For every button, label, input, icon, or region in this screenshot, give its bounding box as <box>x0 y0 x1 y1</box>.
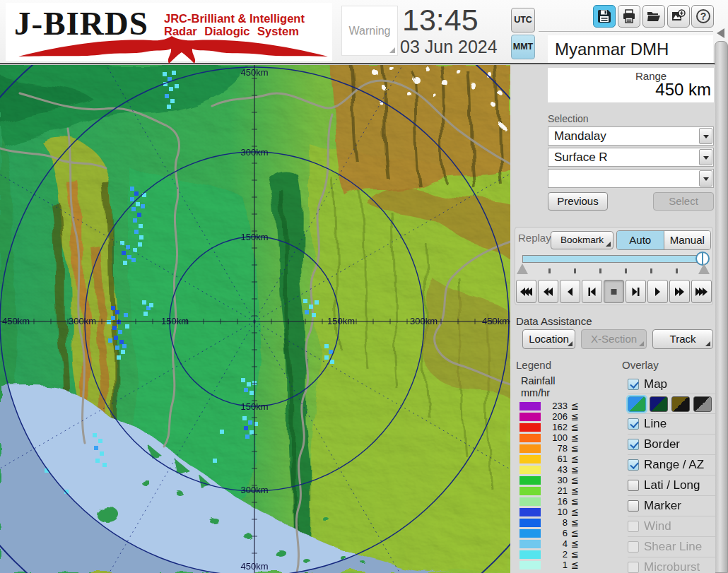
range-ring-label: 150km <box>161 316 189 326</box>
previous-button[interactable]: Previous <box>548 192 608 211</box>
range-value: 450 km <box>622 80 711 100</box>
play-reverse-button[interactable] <box>560 280 580 303</box>
overlay-item-label: Shear Line <box>644 540 702 554</box>
replay-slider-track[interactable] <box>522 255 706 263</box>
legend-lte-symbol: ≦ <box>568 560 579 570</box>
overlay-item-border: Border <box>628 434 715 454</box>
legend-value: 10 <box>541 507 568 517</box>
legend-row: 30≦ <box>519 475 580 485</box>
fast-rewind-3x-button[interactable] <box>516 280 536 303</box>
transport-controls <box>516 280 713 303</box>
x-section-button: X-Section <box>581 329 647 349</box>
fast-rewind-2x-button[interactable] <box>538 280 558 303</box>
bookmark-button[interactable]: Bookmark <box>551 231 613 249</box>
panel-collapse-icon[interactable] <box>717 28 724 38</box>
checkbox[interactable] <box>628 500 639 512</box>
checkbox <box>628 562 639 573</box>
legend-color-swatch <box>519 413 541 421</box>
legend-value: 233 <box>541 401 568 411</box>
timezone-utc-button[interactable]: UTC <box>511 8 535 33</box>
legend-lte-symbol: ≦ <box>568 443 579 454</box>
location-button[interactable]: Location <box>522 329 575 349</box>
track-button[interactable]: Track <box>652 329 713 349</box>
add-image-button[interactable] <box>667 5 690 28</box>
legend-row: 162≦ <box>519 422 580 432</box>
legend-lte-symbol: ≦ <box>568 475 579 485</box>
radar-map-display[interactable]: 450km300km150km150km300km450km450km300km… <box>0 65 510 573</box>
legend-row: 43≦ <box>519 464 580 475</box>
add-image-icon <box>671 9 686 23</box>
step-forward-icon <box>630 288 642 296</box>
slider-start-marker[interactable] <box>517 264 528 274</box>
site-dropdown[interactable]: Mandalay <box>548 126 714 146</box>
map-style-swatch[interactable] <box>628 396 646 412</box>
auto-mode-button[interactable]: Auto <box>617 231 664 249</box>
product-dropdown[interactable]: Surface R <box>548 148 714 167</box>
chevron-down-icon[interactable] <box>699 170 712 187</box>
map-style-swatch[interactable] <box>650 396 668 412</box>
legend-lte-symbol: ≦ <box>568 507 579 517</box>
manual-mode-button[interactable]: Manual <box>664 231 711 249</box>
overlay-item-label: Line <box>644 417 667 431</box>
checkbox[interactable] <box>628 459 639 471</box>
range-ring-label: 450km <box>482 316 510 326</box>
open-folder-button[interactable] <box>642 5 665 28</box>
stop-button[interactable] <box>604 280 624 303</box>
overlay-item-label: Range / AZ <box>644 458 704 472</box>
legend-row: 206≦ <box>519 411 580 422</box>
legend-value: 4 <box>541 538 568 549</box>
replay-label: Replay <box>518 232 551 244</box>
fast-forward-2x-button[interactable] <box>669 280 690 303</box>
app-logo: J-BIRDS JRC-Brilliant & Intelligent Rada… <box>6 3 332 61</box>
checkbox[interactable] <box>628 480 639 491</box>
step-backward-button[interactable] <box>582 280 602 303</box>
legend-row: 1≦ <box>519 560 580 570</box>
legend-row: 8≦ <box>519 517 580 528</box>
map-style-swatch[interactable] <box>671 396 690 412</box>
slider-tick <box>625 268 627 273</box>
fast-forward-3x-button[interactable] <box>691 280 712 303</box>
slider-tick <box>599 268 601 273</box>
play-reverse-icon <box>564 288 576 296</box>
legend-color-swatch <box>519 561 541 569</box>
range-ring-label: 450km <box>240 561 268 572</box>
slider-end-marker[interactable] <box>698 264 710 274</box>
overlay-label: Overlay <box>622 359 659 371</box>
legend-lte-symbol: ≦ <box>568 454 579 464</box>
legend-color-swatch <box>519 540 541 548</box>
panel-collapse-strip[interactable] <box>715 41 728 573</box>
legend-color-swatch <box>519 423 541 432</box>
slider-tick <box>650 268 652 273</box>
legend-value: 1 <box>541 560 568 570</box>
overlay-item-lati-long: Lati / Long <box>628 475 715 495</box>
range-ring-label: 300km <box>240 485 268 495</box>
overlay-item-shear-line: Shear Line <box>628 536 715 557</box>
legend-value: 30 <box>541 475 568 485</box>
checkbox[interactable] <box>628 379 639 390</box>
chevron-down-icon[interactable] <box>699 128 712 144</box>
legend-color-swatch <box>519 529 541 538</box>
chevron-down-icon[interactable] <box>699 149 712 165</box>
map-style-swatch[interactable] <box>693 396 712 412</box>
timezone-mmt-button[interactable]: MMT <box>511 35 535 59</box>
checkbox[interactable] <box>628 418 639 430</box>
overlay-item-wind: Wind <box>628 516 715 536</box>
range-ring-label: 150km <box>327 316 355 326</box>
station-title-box: Myanmar DMH <box>548 35 713 63</box>
range-ring-label: 300km <box>69 316 96 326</box>
step-forward-button[interactable] <box>626 280 646 303</box>
warning-button[interactable]: Warning <box>341 6 398 56</box>
play-button[interactable] <box>647 280 668 303</box>
print-button[interactable] <box>618 5 640 28</box>
overlay-item-label: Marker <box>644 499 681 513</box>
select-button: Select <box>653 192 714 211</box>
legend-lte-symbol: ≦ <box>568 432 579 443</box>
legend-lte-symbol: ≦ <box>568 549 579 560</box>
clock-date: 03 Jun 2024 <box>400 37 498 57</box>
checkbox[interactable] <box>628 439 639 450</box>
save-button[interactable] <box>593 5 616 28</box>
option-dropdown[interactable] <box>548 169 714 188</box>
help-button[interactable]: ? <box>691 5 714 28</box>
rainfall-legend: 233≦206≦162≦100≦78≦61≦43≦30≦21≦16≦10≦8≦6… <box>519 401 580 570</box>
selection-label: Selection <box>548 113 589 124</box>
